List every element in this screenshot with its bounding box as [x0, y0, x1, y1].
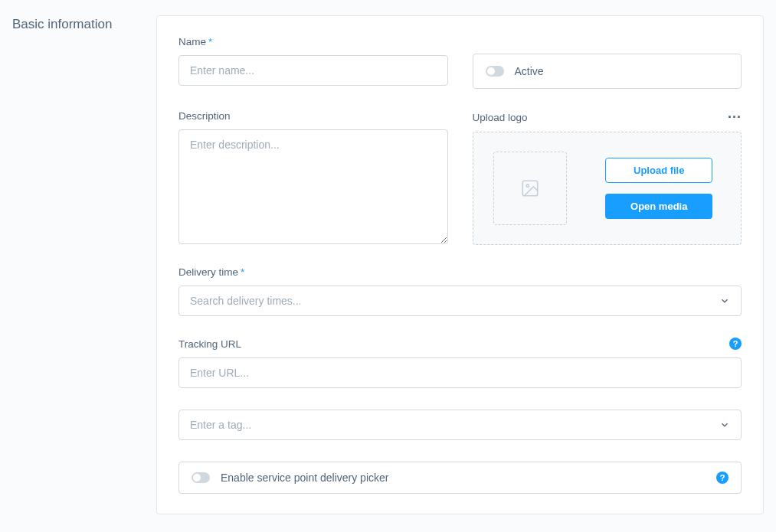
service-point-toggle-box[interactable]: Enable service point delivery picker ? [178, 462, 742, 494]
description-label: Description [178, 110, 448, 122]
active-label: Active [515, 65, 544, 77]
active-toggle[interactable] [486, 66, 504, 77]
delivery-time-label: Delivery time* [178, 266, 742, 278]
basic-info-card: Name* Active Description Upload logo [156, 15, 764, 514]
section-title: Basic information [12, 15, 135, 514]
upload-label: Upload logo [473, 112, 528, 123]
tracking-url-label: Tracking URL [178, 338, 241, 350]
delivery-time-select[interactable]: Search delivery times... [178, 286, 742, 316]
name-label: Name* [178, 36, 448, 47]
tag-placeholder: Enter a tag... [190, 419, 251, 431]
upload-file-button[interactable]: Upload file [605, 158, 712, 183]
more-actions-icon[interactable]: ··· [728, 110, 742, 124]
upload-dropzone[interactable]: Upload file Open media [473, 132, 742, 245]
svg-point-1 [526, 184, 529, 187]
delivery-time-placeholder: Search delivery times... [190, 295, 302, 307]
description-input[interactable] [178, 129, 448, 244]
tag-select[interactable]: Enter a tag... [178, 410, 742, 440]
help-icon[interactable]: ? [729, 338, 742, 350]
chevron-down-icon [719, 295, 730, 306]
help-icon[interactable]: ? [716, 472, 729, 484]
name-input[interactable] [178, 55, 448, 86]
logo-preview [493, 152, 567, 225]
active-toggle-box[interactable]: Active [473, 54, 742, 89]
service-point-toggle[interactable] [192, 472, 210, 483]
service-point-label: Enable service point delivery picker [221, 472, 388, 484]
tracking-url-input[interactable] [178, 357, 742, 388]
image-placeholder-icon [520, 178, 540, 198]
chevron-down-icon [719, 419, 730, 430]
open-media-button[interactable]: Open media [605, 194, 712, 219]
